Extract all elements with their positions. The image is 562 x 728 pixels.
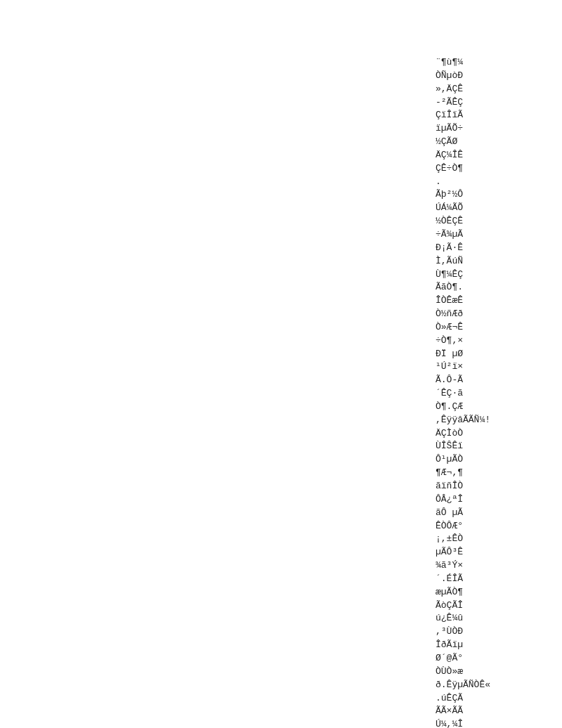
- main-text-block: ¨¶ù¶¼ ÒÑµòÐ »,ÄÇÊ -²ÃÊÇ ÇïÎïÃ ïµÃÕ÷ ½ÇÃØ…: [436, 56, 548, 728]
